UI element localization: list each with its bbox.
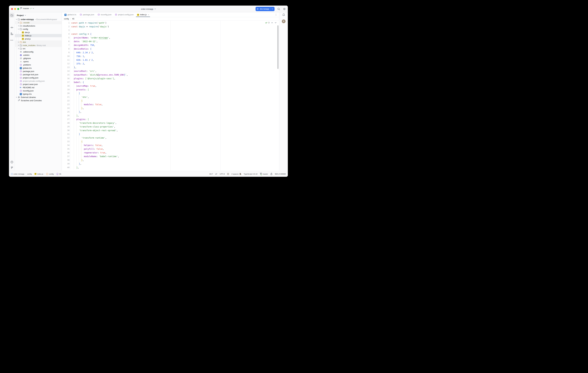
line-number[interactable]: 8 [62,47,70,51]
code-line-23[interactable]: 23 modules: false, [62,103,279,106]
code-line-4[interactable]: 4const config = { [62,32,279,36]
code-line-30[interactable]: 30 'transform-object-rest-spread', [62,129,279,132]
line-number[interactable]: 1 [62,21,70,25]
status-path-h5[interactable]: ph5 [56,173,61,175]
code-line-32[interactable]: 32 'transform-runtime', [62,136,279,140]
close-tab-icon[interactable]: × [148,14,149,16]
line-number[interactable]: 7 [62,43,70,47]
code-line-28[interactable]: 28 'transform-decorators-legacy', [62,121,279,125]
code-line-13[interactable]: 13 }, [62,66,279,69]
code-line-34[interactable]: 34 helpers: false, [62,143,279,147]
tree-item-global-d-ts[interactable]: TSglobal.d.ts [15,66,62,70]
tree-item--vscode[interactable]: .vscode [15,21,62,24]
line-number[interactable]: 19 [62,88,70,91]
line-number[interactable]: 13 [62,66,70,69]
chevron-right-icon[interactable] [18,25,19,27]
line-number[interactable]: 30 [62,129,70,132]
line-number[interactable]: 23 [62,103,70,106]
line-number[interactable]: 34 [62,143,70,147]
more-tool-windows-button[interactable]: ••• [9,39,15,41]
search-icon[interactable] [277,8,280,11]
tab-project-config-json[interactable]: {}project.config.json [113,12,135,17]
status-path-order-miniapp[interactable]: order-miniapp [11,173,24,175]
line-number[interactable]: 26 [62,114,70,117]
highlighting-level-icon[interactable] [227,173,229,175]
indent-setting[interactable]: 2 spaces [231,173,239,175]
tree-item--editorconfig[interactable]: ⚙.editorconfig [15,50,62,54]
breadcrumb-config[interactable]: config [64,18,69,20]
line-number[interactable]: 38 [62,158,70,162]
line-number[interactable]: 21 [62,95,70,99]
inspections-widget[interactable]: 3 [265,22,277,24]
line-number[interactable]: 29 [62,125,70,129]
breadcrumb-h5[interactable]: h5 [72,18,74,20]
code-line-33[interactable]: 33 { [62,140,279,143]
tab-index-js[interactable]: JSindex.js× [135,12,151,17]
line-number[interactable]: 3 [62,28,70,32]
line-number[interactable]: 25 [62,110,70,114]
chevron-down-icon[interactable] [16,19,17,20]
notifications-button[interactable] [279,13,288,16]
project-tool-button[interactable] [10,13,14,17]
line-number[interactable]: 11 [62,58,70,62]
structure-tool-button[interactable] [9,33,15,35]
line-number[interactable]: 10 [62,55,70,58]
tree-item-project-private-config-json[interactable]: {}project.private.config.json [15,79,62,83]
tree-item-project-config-json[interactable]: {}project.config.json [15,76,62,79]
plugin-button[interactable]: X [279,20,288,23]
code-line-7[interactable]: 7 designWidth: 750, [62,43,279,47]
code-line-31[interactable]: 31 [ [62,132,279,136]
tree-item-order-miniapp[interactable]: order-miniapp~/Documents/Workspace/ [15,18,62,21]
line-ending[interactable]: LF [215,173,217,175]
tree-item-tsconfig-json[interactable]: {}tsconfig.json [15,89,62,92]
next-problem-chevron-down-icon[interactable] [275,22,277,23]
code-line-27[interactable]: 27 plugins: [ [62,117,279,121]
code-line-1[interactable]: 1const path = require('path') [62,21,279,25]
project-title-text[interactable]: order-miniapp [141,8,153,10]
tree-item-node-modules[interactable]: node_moduleslibrary root [15,44,62,47]
code-line-18[interactable]: 18 sourceMap: true, [62,84,279,88]
git-tool-button[interactable] [9,166,15,169]
code-line-9[interactable]: 9 640: 2.34 / 2, [62,51,279,55]
status-git-branch[interactable]: master [260,173,268,175]
line-number[interactable]: 16 [62,77,70,80]
code-line-16[interactable]: 16 plugins: ['@tarojs/plugin-sass'], [62,77,279,80]
code-line-6[interactable]: 6 date: '2022-04-12', [62,40,279,43]
line-number[interactable]: 31 [62,132,70,136]
settings-gear-icon[interactable]: ⚙ [283,8,286,11]
tree-item-external-libraries[interactable]: External Libraries [15,96,62,99]
tree-item--gitignore[interactable]: .gitignore [15,57,62,60]
tab-options-kebab-icon[interactable]: ⋮ [275,13,277,16]
line-number[interactable]: 14 [62,69,70,73]
code-line-26[interactable]: 26 ], [62,114,279,117]
tree-item-prod-js[interactable]: JSprod.js [15,37,62,41]
chevron-right-icon[interactable] [18,45,19,46]
line-number[interactable]: 37 [62,154,70,158]
line-number[interactable]: 33 [62,140,70,143]
code-line-35[interactable]: 35 polyfill: false, [62,147,279,151]
line-number[interactable]: 5 [62,36,70,40]
code-line-19[interactable]: 19 presets: [ [62,88,279,91]
project-panel-header[interactable]: Project [15,12,62,18]
tree-item-package-lock-json[interactable]: {}package-lock.json [15,73,62,76]
tree-item--npmrc[interactable]: ≡.npmrc [15,60,62,63]
code-line-11[interactable]: 11 828: 1.81 / 2, [62,58,279,62]
tree-item-cloudfunctions[interactable]: cloudfunctions [15,24,62,28]
tab-package-json[interactable]: {}package.json [78,12,96,17]
line-number[interactable]: 24 [62,106,70,110]
tree-item-dev-js[interactable]: JSdev.js [15,31,62,34]
tree-item--eslintrc[interactable]: .eslintrc [15,54,62,57]
prev-problem-chevron-up-icon[interactable] [271,22,273,23]
file-encoding[interactable]: UTF-8 [220,173,225,175]
tree-item-dist[interactable]: dist [15,41,62,44]
line-number[interactable]: 40 [62,166,70,169]
code-line-17[interactable]: 17 babel: { [62,80,279,84]
tree-item-typing-d-ts[interactable]: TStyping.d.ts [15,92,62,96]
code-line-37[interactable]: 37 moduleName: 'babel-runtime', [62,154,279,158]
line-number[interactable]: 17 [62,80,70,84]
tab-global-d-ts[interactable]: TSglobal.d.ts [63,12,78,17]
tree-item-package-json[interactable]: {}package.json [15,70,62,73]
run-configuration-button[interactable]: dev:weapp [256,7,274,11]
line-number[interactable]: 9 [62,51,70,55]
line-number[interactable]: 22 [62,99,70,103]
